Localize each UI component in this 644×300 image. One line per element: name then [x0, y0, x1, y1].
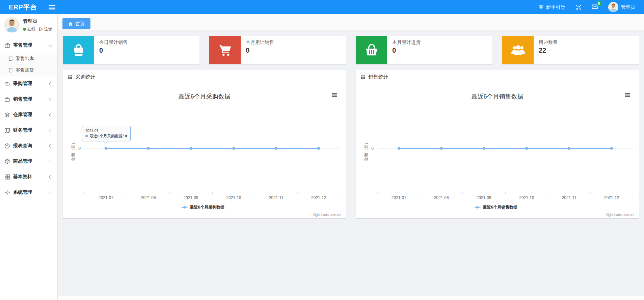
- chart-tooltip: 2021-07 最近6个月采购数据: 0: [82, 126, 131, 141]
- sidebar-item-label: 基本资料: [13, 174, 32, 180]
- sidebar-item-reports[interactable]: 报表查询: [0, 138, 57, 154]
- sidebar-toggle-button[interactable]: [49, 4, 55, 10]
- shopping-cart-icon: [217, 42, 233, 58]
- fullscreen-button[interactable]: [576, 4, 582, 10]
- x-axis-labels: 2021-07 2021-08 2021-09 2021-10 2021-11 …: [99, 195, 326, 200]
- panel-title: 采购统计: [75, 74, 96, 80]
- retail-submenu: 零售出库 零售退货: [0, 53, 57, 76]
- home-icon: [68, 22, 73, 26]
- chart-menu-button[interactable]: [624, 91, 630, 98]
- panels-row: 采购统计 最近6个月采购数据 金额（元） 0: [63, 70, 639, 218]
- svg-text:2021-10: 2021-10: [226, 195, 241, 200]
- chart-menu-button[interactable]: [331, 91, 338, 98]
- sidebar-menu: 零售管理 零售出库 零售退货: [0, 37, 57, 200]
- sidebar-item-label: 报表查询: [13, 143, 32, 149]
- stat-value: 0: [392, 47, 421, 54]
- chevron-left-icon: [49, 191, 52, 194]
- chevron-left-icon: [49, 82, 52, 85]
- y-axis-title: 金额（元）: [71, 140, 76, 161]
- y-tick-label: 0: [371, 146, 374, 151]
- svg-text:2021-07: 2021-07: [392, 195, 406, 200]
- sidebar-item-label: 系统管理: [13, 189, 32, 195]
- svg-text:2021-11: 2021-11: [562, 195, 576, 200]
- chevron-left-icon: [49, 175, 52, 179]
- legend-item[interactable]: 最近6个月采购数据: [182, 205, 224, 210]
- svg-text:2021-12: 2021-12: [311, 195, 326, 200]
- envelope-icon: [592, 5, 598, 10]
- journal-icon: [8, 56, 13, 61]
- tab-label: 首页: [75, 21, 85, 27]
- avatar: [608, 2, 618, 12]
- svg-text:最近6个月销售数据: 最近6个月销售数据: [483, 205, 518, 210]
- briefcase-icon: [4, 97, 10, 102]
- footer: [58, 296, 644, 300]
- sidebar-item-products[interactable]: 商品管理: [0, 154, 57, 169]
- sidebar-item-retail[interactable]: 零售管理: [0, 37, 57, 53]
- shopping-bag-icon: [71, 42, 86, 58]
- sidebar-item-warehouse[interactable]: 仓库管理: [0, 107, 57, 122]
- pie-chart-icon: [4, 143, 10, 149]
- online-status: 在线: [27, 26, 35, 32]
- svg-text:最近6个月采购数据: 最近6个月采购数据: [190, 205, 225, 210]
- svg-text:2021-09: 2021-09: [184, 195, 198, 200]
- layers-icon: [4, 112, 10, 118]
- sidebar-item-retail-return[interactable]: 零售退货: [0, 64, 57, 76]
- sales-stats-panel: 销售统计 最近6个月销售数据 金额（元） 0: [356, 70, 639, 218]
- sidebar-item-label: 采购管理: [13, 81, 32, 87]
- sidebar-item-label: 财务管理: [13, 127, 32, 133]
- stat-value: 0: [99, 47, 128, 54]
- guide-link[interactable]: 新手引导: [538, 4, 566, 10]
- sales-chart: 最近6个月销售数据 金额（元） 0: [356, 83, 639, 218]
- top-navbar: ERP平台 新手引导: [0, 0, 644, 14]
- x-axis-labels: 2021-07 2021-08 2021-09 2021-10 2021-11 …: [392, 195, 619, 200]
- svg-text:2021-11: 2021-11: [269, 195, 284, 200]
- stat-label: 本月累计销售: [246, 39, 274, 46]
- tab-bar: 首页: [58, 14, 644, 30]
- chart-title: 最近6个月销售数据: [472, 93, 524, 100]
- tooltip-value: 0: [125, 134, 127, 138]
- stat-value: 22: [539, 47, 558, 54]
- sidebar-item-label: 仓库管理: [13, 112, 32, 118]
- users-icon: [510, 42, 526, 58]
- page-content: 今日累计销售 0 本月累计销售 0: [58, 30, 644, 296]
- mail-badge: 0: [597, 1, 601, 6]
- tab-home[interactable]: 首页: [62, 18, 90, 29]
- purchase-chart: 最近6个月采购数据 金额（元） 0: [63, 83, 346, 218]
- sidebar-item-finance[interactable]: 财务管理: [0, 122, 57, 138]
- chart-credit[interactable]: Highcharts.com.cn: [606, 213, 634, 217]
- svg-text:2021-07: 2021-07: [99, 195, 113, 200]
- th-grid-icon: [68, 75, 73, 80]
- sidebar-item-system[interactable]: 系统管理: [0, 185, 57, 200]
- logout-link[interactable]: 注销: [39, 26, 52, 32]
- stat-label: 今日累计销售: [99, 39, 128, 46]
- user-panel: 管理员 在线 注销: [0, 14, 57, 36]
- sidebar-item-purchase[interactable]: 采购管理: [0, 76, 57, 91]
- svg-text:2021-12: 2021-12: [604, 195, 619, 200]
- user-menu[interactable]: 管理员: [608, 2, 636, 12]
- username-label: 管理员: [621, 4, 636, 10]
- chevron-down-icon: [49, 44, 52, 47]
- purchase-stats-panel: 采购统计 最近6个月采购数据 金额（元） 0: [63, 70, 346, 218]
- sidebar-item-retail-outbound[interactable]: 零售出库: [0, 53, 57, 64]
- map-icon: [4, 128, 10, 133]
- series-dot-icon: [85, 135, 88, 137]
- repeat-icon: [4, 81, 10, 87]
- stat-card-today-sales: 今日累计销售 0: [63, 36, 199, 64]
- chevron-left-icon: [49, 129, 52, 132]
- sidebar-item-label: 销售管理: [13, 96, 32, 102]
- stat-card-user-count: 用户数量 22: [502, 36, 639, 64]
- app-logo[interactable]: ERP平台: [0, 3, 45, 12]
- gear-icon: [4, 190, 10, 195]
- stat-value: 0: [246, 47, 274, 54]
- online-dot-icon: [23, 28, 26, 31]
- stat-label: 本月累计进货: [392, 39, 421, 46]
- sidebar-item-sales[interactable]: 销售管理: [0, 91, 57, 107]
- chart-credit[interactable]: Highcharts.com.cn: [313, 213, 341, 217]
- messages-button[interactable]: 0: [592, 4, 598, 10]
- chevron-left-icon: [49, 98, 52, 101]
- journal-icon: [8, 68, 13, 73]
- sidebar-item-basic-data[interactable]: 基本资料: [0, 169, 57, 185]
- legend-item[interactable]: 最近6个月销售数据: [475, 205, 517, 210]
- stats-row: 今日累计销售 0 本月累计销售 0: [63, 36, 639, 64]
- stat-card-month-sales: 本月累计销售 0: [209, 36, 346, 64]
